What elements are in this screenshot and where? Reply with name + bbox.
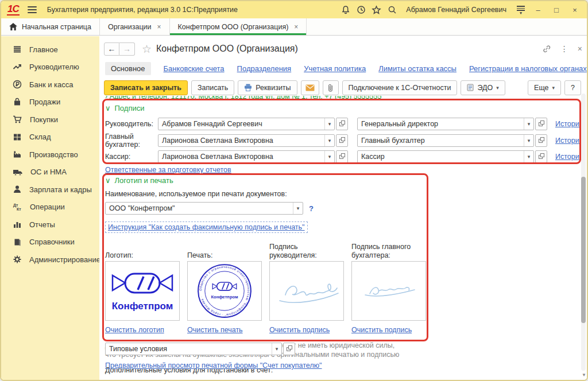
- close-form-icon[interactable]: ×: [578, 44, 582, 53]
- main-menu-icon[interactable]: [28, 6, 37, 13]
- sidebar-item-prodazhi[interactable]: Продажи: [1, 94, 99, 111]
- open-button-icon[interactable]: [283, 343, 295, 355]
- tab-konfetprom[interactable]: Конфетпром ООО (Организация) ×: [170, 18, 307, 35]
- current-user-name[interactable]: Абрамов Геннадий Сергеевич: [406, 6, 506, 14]
- history-link[interactable]: История: [555, 137, 583, 145]
- sidebar-item-proizvodstvo[interactable]: Производство: [1, 146, 99, 164]
- nav-osnovnoe[interactable]: Основное: [105, 62, 151, 75]
- open-button-icon[interactable]: [535, 118, 547, 130]
- open-button-icon[interactable]: [336, 150, 348, 163]
- tab-home[interactable]: Начальная страница: [1, 18, 100, 35]
- requisites-button[interactable]: Реквизиты: [238, 80, 297, 95]
- dropdown-arrow-icon[interactable]: ▾: [324, 118, 334, 130]
- sidebar-item-zarplata-kadry[interactable]: Зарплата и кадры: [1, 181, 99, 199]
- dropdown-arrow-icon[interactable]: ▾: [293, 203, 303, 214]
- sidebar-item-bank-kassa[interactable]: Банк и касса: [1, 76, 99, 94]
- sidebar-item-glavnoe[interactable]: Главное: [1, 41, 99, 59]
- nav-registracii[interactable]: Регистрации в налоговых органах: [469, 64, 587, 73]
- help-button[interactable]: ?: [564, 80, 581, 95]
- dropdown-arrow-icon[interactable]: ▾: [324, 135, 334, 146]
- tab-close-icon[interactable]: ×: [294, 23, 298, 31]
- more-menu-icon[interactable]: ⋮: [560, 44, 568, 53]
- history-link[interactable]: История: [555, 120, 583, 128]
- dropdown-arrow-icon[interactable]: ▾: [324, 151, 334, 162]
- clear-accountant-signature-link[interactable]: Очистить подпись: [351, 326, 426, 334]
- tab-bar: Начальная страница Организации × Конфетп…: [1, 18, 587, 36]
- restore-button[interactable]: □: [550, 6, 563, 14]
- scrollbar-thumb[interactable]: [581, 177, 586, 323]
- app-title: Бухгалтерия предприятия, редакция 3.0 1С…: [47, 6, 238, 14]
- back-button[interactable]: ←: [104, 42, 119, 56]
- favorites-star-icon[interactable]: [372, 5, 381, 15]
- sidebar-item-otchety[interactable]: Отчеты: [1, 216, 99, 234]
- invoice-preview-link[interactable]: Предварительный просмотр печатной формы …: [105, 361, 322, 370]
- close-window-button[interactable]: ×: [568, 6, 581, 14]
- stamp-image[interactable]: Общество с ограниченной ответственностью…: [187, 261, 262, 321]
- forward-button[interactable]: →: [119, 42, 135, 56]
- history-link[interactable]: История: [555, 153, 583, 161]
- favorite-star-icon[interactable]: ☆: [142, 42, 152, 56]
- attachment-button[interactable]: [323, 80, 339, 95]
- help-question-icon[interactable]: ?: [309, 204, 314, 213]
- more-actions-button[interactable]: Еще ▾: [528, 80, 561, 95]
- minimize-button[interactable]: –: [532, 6, 544, 14]
- dropdown-arrow-icon[interactable]: ▾: [524, 151, 533, 162]
- clear-stamp-link[interactable]: Очистить печать: [187, 326, 262, 334]
- responsible-for-reports-link[interactable]: Ответственные за подготовку отчетов: [105, 166, 231, 174]
- nav-limity-kassy[interactable]: Лимиты остатка кассы: [378, 64, 457, 73]
- sidebar-item-pokupki[interactable]: Покупки: [1, 111, 99, 129]
- tab-close-icon[interactable]: ×: [157, 23, 161, 31]
- director-person-field[interactable]: Абрамов Геннадий Сергеевич ▾: [158, 118, 335, 130]
- chief-accountant-person-field[interactable]: Ларионова Светлана Викторовна ▾: [158, 134, 335, 147]
- extra-conditions-field[interactable]: Типовые условия ▾: [105, 343, 282, 355]
- nav-podrazdeleniya[interactable]: Подразделения: [237, 64, 292, 73]
- clear-logo-link[interactable]: Очистить логотип: [105, 326, 180, 334]
- candy-logo-image: Конфетпром: [107, 266, 177, 316]
- notifications-bell-icon[interactable]: [341, 5, 350, 15]
- director-signature-image[interactable]: [269, 261, 344, 321]
- connect-1c-reporting-button[interactable]: Подключение к 1С-Отчетности: [342, 80, 458, 95]
- dropdown-arrow-icon[interactable]: ▾: [272, 343, 281, 355]
- logo-image[interactable]: Конфетпром: [105, 261, 180, 321]
- save-close-button[interactable]: Записать и закрыть: [104, 80, 188, 95]
- tab-konfetprom-label: Конфетпром ООО (Организация): [178, 23, 289, 31]
- search-icon[interactable]: [387, 5, 397, 15]
- sidebar-item-os-nma[interactable]: ОС и НМА: [1, 164, 99, 181]
- edo-button[interactable]: ЭДО ▾: [461, 80, 505, 95]
- sidebar-item-operacii[interactable]: ДтКт Операции: [1, 199, 99, 216]
- scroll-down-arrow-icon[interactable]: ▼: [582, 372, 586, 378]
- vertical-scrollbar[interactable]: [581, 94, 586, 371]
- sidebar-item-spravochniki[interactable]: Справочники: [1, 234, 99, 251]
- open-button-icon[interactable]: [336, 118, 348, 130]
- open-button-icon[interactable]: [336, 134, 348, 147]
- dropdown-caret-icon: ▾: [496, 85, 499, 91]
- chief-accountant-position-field[interactable]: Главный бухгалтер ▾: [357, 134, 534, 147]
- facsimile-instruction-link[interactable]: Инструкция "Как создать факсимильную под…: [105, 221, 308, 233]
- logo-section-header[interactable]: ∨ Логотип и печать: [105, 176, 519, 185]
- accountant-signature-image[interactable]: [351, 261, 426, 321]
- cashier-position-field[interactable]: Кассир ▾: [357, 150, 534, 163]
- save-button[interactable]: Записать: [191, 80, 234, 95]
- print-name-field[interactable]: ООО "Конфетпром" ▾: [105, 202, 303, 215]
- service-menu-icon[interactable]: ▾: [516, 6, 526, 14]
- tab-organizations[interactable]: Организации ×: [100, 18, 170, 35]
- nav-uchetnaya-politika[interactable]: Учетная политика: [304, 64, 366, 73]
- director-position-field[interactable]: Генеральный директор ▾: [357, 118, 534, 130]
- open-button-icon[interactable]: [535, 134, 547, 147]
- open-button-icon[interactable]: [535, 150, 547, 163]
- address-section-collapsed[interactable]: › Адрес и телефон: 121170, Москва г, 181…: [105, 96, 575, 103]
- nav-bank-accounts[interactable]: Банковские счета: [164, 64, 225, 73]
- cashier-person-field[interactable]: Ларионова Светлана Викторовна ▾: [158, 150, 335, 163]
- history-clock-icon[interactable]: [356, 5, 366, 15]
- link-icon[interactable]: [542, 44, 551, 53]
- email-button[interactable]: [301, 80, 319, 95]
- dropdown-arrow-icon[interactable]: ▾: [524, 118, 533, 130]
- sidebar-item-rukovoditelyu[interactable]: Руководителю: [1, 59, 99, 76]
- signatures-section-header[interactable]: ∨ Подписи: [105, 104, 578, 112]
- svg-text:Конфетпром: Конфетпром: [211, 294, 238, 300]
- sidebar-item-administrirovanie[interactable]: Администрирование: [1, 251, 99, 269]
- sidebar-item-sklad[interactable]: Склад: [1, 129, 99, 146]
- dropdown-arrow-icon[interactable]: ▾: [524, 135, 533, 146]
- clear-director-signature-link[interactable]: Очистить подпись: [269, 326, 344, 334]
- page-title: Конфетпром ООО (Организация): [156, 44, 298, 54]
